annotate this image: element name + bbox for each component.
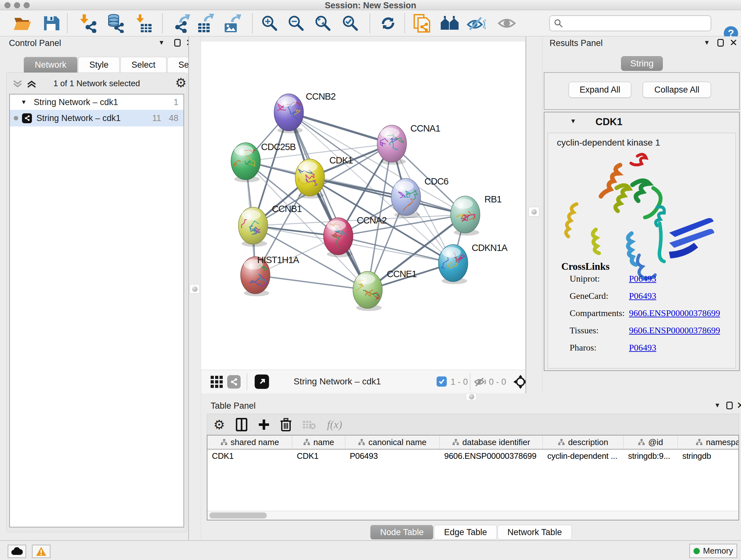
memory-button[interactable]: Memory — [689, 544, 737, 558]
import-network-file-icon[interactable] — [77, 13, 98, 34]
results-panel-close-icon[interactable]: ✕ — [730, 37, 738, 48]
right-splitter-grip[interactable] — [529, 207, 539, 216]
import-table-file-icon[interactable] — [132, 13, 153, 34]
tab-style[interactable]: Style — [78, 57, 120, 73]
network-node-rb1[interactable]: RB1 — [451, 194, 501, 236]
selected-node-edge-counts: 1 - 0 — [451, 377, 468, 387]
results-panel-float-icon[interactable] — [718, 39, 724, 47]
first-neighbors-icon[interactable] — [440, 13, 461, 34]
column-header-@id[interactable]: @id — [623, 435, 678, 449]
open-session-icon[interactable] — [12, 13, 33, 34]
import-network-database-icon[interactable] — [105, 13, 125, 34]
network-node-ccne1[interactable]: CCNE1 — [353, 269, 416, 311]
network-view-icon[interactable] — [227, 375, 241, 388]
table-panel-collapse-icon[interactable]: ▼ — [714, 401, 721, 409]
delete-table-icon[interactable] — [302, 420, 316, 430]
footer-separator — [247, 373, 247, 390]
crosslink-value-link[interactable]: P06493 — [629, 343, 657, 353]
network-node-ccna1[interactable]: CCNA1 — [377, 123, 440, 165]
zoom-out-icon[interactable] — [286, 13, 307, 34]
network-node-cdc6[interactable]: CDC6 — [391, 176, 448, 218]
network-edge[interactable] — [255, 275, 367, 290]
table-cell[interactable]: 9606.ENSP00000378699 — [440, 449, 543, 462]
new-network-from-selection-icon[interactable] — [411, 13, 432, 34]
memory-status-icon — [693, 548, 700, 554]
network-edge[interactable] — [289, 112, 367, 290]
network-row[interactable]: String Network – cdk1 11 48 — [10, 110, 184, 126]
table-cell[interactable]: CDK1 — [292, 449, 345, 462]
crosslink-row: Uniprot:P06493 — [569, 273, 736, 284]
tab-string[interactable]: String — [621, 56, 663, 71]
results-panel-collapse-icon[interactable]: ▼ — [704, 39, 710, 46]
export-image-icon[interactable] — [222, 13, 243, 34]
network-node-cdkn1a[interactable]: CDKN1A — [439, 243, 508, 284]
show-columns-icon[interactable] — [236, 418, 247, 431]
collapse-all-button[interactable]: Collapse All — [643, 82, 711, 98]
table-cell[interactable]: stringdb — [678, 449, 739, 462]
crosslink-value-link[interactable]: P06493 — [629, 291, 657, 301]
warning-status-button[interactable] — [32, 545, 51, 558]
table-panel-close-icon[interactable]: ✕ — [737, 400, 741, 411]
tab-select[interactable]: Select — [120, 57, 166, 73]
table-horizontal-scrollbar[interactable] — [207, 511, 738, 520]
network-options-gear-icon[interactable]: ⚙ — [175, 75, 187, 90]
tab-edge-table[interactable]: Edge Table — [434, 525, 497, 540]
zoom-in-icon[interactable] — [259, 13, 280, 34]
node-table[interactable]: shared namenamecanonical namedatabase id… — [207, 435, 739, 520]
zoom-fit-icon[interactable] — [313, 13, 333, 34]
refresh-icon[interactable] — [378, 13, 399, 34]
network-node-hist1h1a[interactable]: HIST1H1A — [241, 255, 299, 296]
table-options-gear-icon[interactable]: ⚙ — [213, 417, 225, 432]
search-input[interactable] — [563, 18, 700, 29]
table-panel: Table Panel ▼ ✕ ⚙ f(x) shared namenameca… — [201, 400, 741, 540]
column-header-description[interactable]: description — [543, 435, 623, 449]
node-label-hist1h1a: HIST1H1A — [257, 255, 299, 265]
delete-column-icon[interactable] — [280, 418, 291, 431]
tab-node-table[interactable]: Node Table — [370, 525, 433, 540]
column-header-canonical-name[interactable]: canonical name — [345, 435, 440, 449]
export-network-icon[interactable] — [171, 13, 192, 34]
crosslink-value-link[interactable]: 9606.ENSP00000378699 — [629, 325, 720, 335]
tab-network[interactable]: Network — [23, 57, 77, 73]
results-panel: Results Panel ▼ ✕ String Expand All Coll… — [542, 37, 741, 394]
table-cell[interactable]: stringdb:9... — [623, 449, 678, 462]
grid-view-icon[interactable] — [211, 376, 223, 388]
gene-card-expander-icon[interactable]: ▼ — [570, 118, 576, 125]
network-edge[interactable] — [338, 236, 453, 263]
cloud-status-button[interactable] — [8, 545, 26, 558]
column-header-database-identifier[interactable]: database identifier — [440, 435, 543, 449]
show-all-icon[interactable] — [496, 13, 517, 34]
gene-card-header[interactable]: ▼ CDK1 — [544, 112, 739, 133]
zoom-selected-icon[interactable] — [340, 13, 361, 34]
left-splitter-grip[interactable] — [190, 284, 200, 294]
table-cell[interactable]: CDK1 — [207, 449, 292, 462]
table-row[interactable]: CDK1CDK1P064939606.ENSP00000378699cyclin… — [207, 449, 738, 462]
network-collection-row[interactable]: ▼ String Network – cdk1 1 — [10, 95, 184, 110]
table-panel-float-icon[interactable] — [726, 401, 733, 409]
function-builder-icon[interactable]: f(x) — [327, 419, 342, 431]
hide-selected-icon[interactable] — [466, 13, 487, 34]
horizontal-splitter-grip[interactable] — [466, 393, 477, 400]
toolbar-search-box[interactable] — [549, 15, 711, 31]
export-table-icon[interactable] — [195, 13, 216, 34]
column-header-name[interactable]: name — [292, 435, 345, 449]
create-column-icon[interactable] — [258, 419, 270, 430]
expand-all-button[interactable]: Expand All — [569, 82, 631, 98]
control-panel-float-icon[interactable] — [174, 39, 181, 47]
tree-expander-icon[interactable]: ▼ — [21, 99, 27, 106]
scrollbar-thumb[interactable] — [209, 512, 267, 518]
selected-checkbox-icon[interactable] — [436, 376, 447, 387]
control-panel-collapse-icon[interactable]: ▼ — [158, 39, 165, 46]
network-canvas[interactable]: CCNB2CCNA1CDC25BCDK1CDC6RB1CCNB1CCNA2CDK… — [201, 42, 525, 370]
network-edge[interactable] — [289, 112, 392, 144]
save-session-icon[interactable] — [41, 13, 62, 34]
column-header-shared-name[interactable]: shared name — [207, 435, 292, 449]
crosslink-value-link[interactable]: P06493 — [629, 273, 657, 284]
crosslink-value-link[interactable]: 9606.ENSP00000378699 — [629, 308, 720, 318]
detach-view-icon[interactable] — [255, 374, 269, 389]
tab-network-table[interactable]: Network Table — [497, 525, 572, 540]
table-cell[interactable]: cyclin-dependent ... — [543, 449, 623, 462]
node-label-ccna2: CCNA2 — [357, 215, 387, 226]
column-header-namespace[interactable]: namespace — [678, 435, 739, 449]
table-cell[interactable]: P06493 — [345, 449, 440, 462]
